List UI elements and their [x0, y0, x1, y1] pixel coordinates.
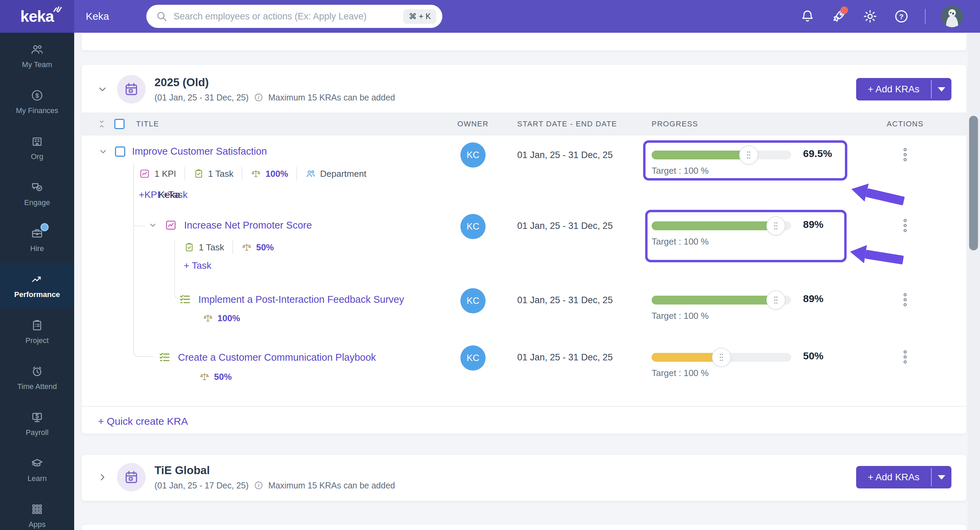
task-count-badge: 1 Task [185, 168, 242, 179]
project-icon [30, 318, 44, 332]
progress-bar[interactable]: 89% [652, 221, 791, 230]
checklist-icon [179, 293, 192, 306]
sidebar-item-my-finances[interactable]: $ My Finances [0, 79, 74, 125]
progress-bar[interactable]: 89% [652, 296, 791, 305]
svg-text:i: i [258, 95, 259, 100]
add-kras-dropdown-caret[interactable] [932, 466, 951, 488]
caret-down-icon [938, 87, 945, 92]
keka-logo[interactable]: keka [0, 0, 74, 33]
add-kras-dropdown-caret[interactable] [932, 78, 951, 101]
kpi-chart-icon [164, 219, 177, 231]
time-attend-icon [30, 364, 44, 378]
sidebar-item-org[interactable]: Org [0, 125, 74, 171]
add-kras-split-button[interactable]: + Add KRAs [856, 466, 951, 488]
search-input[interactable] [173, 11, 403, 22]
caret-down-icon [938, 475, 945, 480]
sidebar-item-my-team[interactable]: My Team [0, 33, 74, 79]
progress-value: 69.5% [803, 148, 832, 160]
task-row-communication-playbook: Create a Customer Communication Playbook… [82, 347, 966, 406]
add-task-link[interactable]: + Task [184, 260, 211, 271]
sidebar-item-engage[interactable]: Engage [0, 171, 74, 217]
svg-text:$: $ [35, 412, 39, 419]
sidebar-item-performance[interactable]: Performance [0, 263, 74, 309]
kpi-title-link[interactable]: Increase Net Promoter Score [184, 220, 312, 231]
kra-group-tie-global: TiE Global (01 Jan, 25 - 17 Dec, 25) i M… [82, 455, 966, 501]
add-kras-button[interactable]: + Add KRAs [856, 466, 931, 488]
progress-value: 89% [803, 293, 824, 305]
expand-group-chevron-right-icon[interactable] [97, 471, 108, 483]
row-checkbox[interactable] [115, 147, 125, 157]
add-kras-button[interactable]: + Add KRAs [856, 78, 931, 101]
progress-bar[interactable]: 50% [652, 353, 791, 362]
row-actions-kebab[interactable] [881, 292, 929, 307]
header-divider [925, 9, 926, 24]
sidebar-item-payroll[interactable]: $ Payroll [0, 401, 74, 447]
progress-fill [652, 150, 749, 160]
owner-avatar[interactable]: KC [460, 214, 485, 239]
notifications-bell-icon[interactable] [800, 8, 815, 24]
task-title-link[interactable]: Implement a Post-Interaction Feedback Su… [198, 294, 404, 305]
whats-new-rocket-icon[interactable] [831, 8, 846, 24]
quick-create-kra-link[interactable]: + Quick create KRA [98, 415, 188, 427]
progress-bar[interactable]: 69.5% [652, 150, 791, 160]
task-title-link[interactable]: Create a Customer Communication Playbook [178, 352, 376, 363]
collapse-group-chevron-down-icon[interactable] [97, 83, 108, 95]
weight-badge: 100% [202, 313, 248, 324]
department-people-icon [305, 168, 316, 179]
row-dates: 01 Jan, 25 - 31 Dec, 25 [517, 221, 613, 231]
group-note: Maximum 15 KRAs can be added [269, 93, 395, 102]
sidebar-item-project[interactable]: Project [0, 309, 74, 354]
calendar-icon [117, 75, 146, 104]
group-title: TiE Global [154, 464, 395, 477]
progress-target: Target : 100 % [652, 311, 869, 321]
progress-drag-handle[interactable] [766, 216, 785, 235]
progress-target: Target : 100 % [652, 236, 869, 247]
overlay-text: Keka [158, 189, 180, 200]
owner-avatar[interactable]: KC [460, 345, 485, 370]
progress-target: Target : 100 % [652, 368, 869, 378]
sidebar-item-time-attend[interactable]: Time Attend [0, 354, 74, 401]
select-all-checkbox[interactable] [115, 119, 124, 129]
svg-text:i: i [258, 483, 259, 488]
owner-avatar[interactable]: KC [460, 288, 485, 313]
kra-title-link[interactable]: Improve Customer Satisfaction [132, 146, 267, 157]
svg-text:$: $ [35, 92, 39, 99]
weight-scales-icon [202, 313, 213, 324]
global-search[interactable]: ⌘ + K [146, 5, 442, 28]
progress-drag-handle[interactable] [712, 348, 731, 367]
info-icon: i [253, 92, 264, 102]
row-chevron-down-icon[interactable] [98, 147, 108, 157]
row-actions-kebab[interactable] [881, 147, 929, 162]
sidebar: My Team $ My Finances Org Engage Hire Pe… [0, 33, 74, 530]
scrollbar-track[interactable] [968, 33, 980, 530]
engage-icon [30, 180, 44, 194]
search-icon [156, 11, 167, 22]
group-title: 2025 (Old) [154, 76, 395, 89]
add-kras-split-button[interactable]: + Add KRAs [856, 78, 951, 101]
row-actions-kebab[interactable] [881, 350, 929, 364]
learn-icon [30, 457, 44, 470]
progress-drag-handle[interactable] [739, 145, 758, 164]
weight-badge: 50% [199, 371, 240, 382]
sidebar-item-learn[interactable]: Learn [0, 447, 74, 493]
collapse-all-icon[interactable] [97, 118, 107, 130]
top-header: keka Keka ⌘ + K ? [0, 0, 980, 33]
row-actions-kebab[interactable] [881, 218, 929, 233]
sidebar-item-apps[interactable]: Apps [0, 493, 74, 530]
finances-icon: $ [30, 89, 44, 102]
task-clipboard-icon [193, 168, 204, 179]
row-dates: 01 Jan, 25 - 31 Dec, 25 [517, 352, 613, 363]
row-chevron-down-icon[interactable] [148, 220, 158, 230]
add-kpi-task-links[interactable]: +KPIKeka+Task [139, 189, 188, 200]
info-icon: i [253, 480, 264, 490]
sidebar-item-hire[interactable]: Hire [0, 217, 74, 263]
add-kpi-link[interactable]: +KPI [139, 189, 159, 200]
progress-fill [652, 353, 721, 362]
calendar-icon [117, 463, 146, 492]
settings-gear-icon[interactable] [862, 8, 878, 24]
owner-avatar[interactable]: KC [460, 142, 485, 168]
progress-drag-handle[interactable] [766, 291, 785, 310]
user-avatar[interactable] [941, 5, 963, 27]
scrollbar-thumb[interactable] [969, 116, 978, 251]
help-icon[interactable]: ? [894, 8, 909, 24]
